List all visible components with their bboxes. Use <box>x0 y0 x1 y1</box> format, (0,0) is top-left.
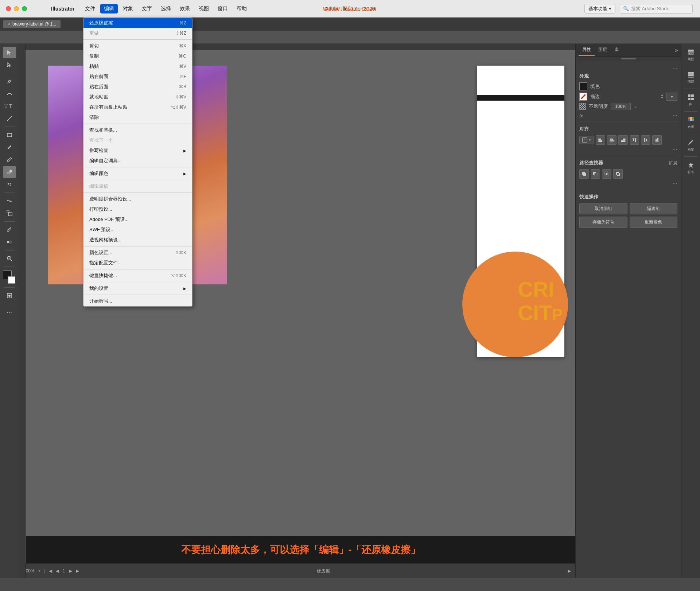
menu-item-view[interactable]: 视图 <box>195 4 213 13</box>
color-selector[interactable] <box>3 271 16 284</box>
drawing-mode-btn[interactable] <box>3 290 16 302</box>
menu-item-file[interactable]: 文件 <box>81 4 99 13</box>
dropdown-color-settings[interactable]: 颜色设置... ⇧⌘K <box>83 248 192 258</box>
dropdown-cut[interactable]: 剪切 ⌘X <box>83 41 192 51</box>
fr-symbols[interactable]: 符号 <box>681 160 700 176</box>
isolate-group-btn[interactable]: 隔离组 <box>630 203 678 214</box>
menu-item-object[interactable]: 对象 <box>119 4 137 13</box>
align-to-dropdown[interactable]: ▼ <box>579 136 594 144</box>
dropdown-assign-profile[interactable]: 指定配置文件... <box>83 258 192 268</box>
maximize-button[interactable] <box>22 6 27 11</box>
type-tool[interactable]: T T <box>3 100 16 112</box>
fx-more-btn[interactable]: ··· <box>673 112 677 119</box>
align-more-btn[interactable]: ··· <box>673 146 677 153</box>
curvature-tool[interactable] <box>3 88 16 100</box>
save-symbol-btn[interactable]: 存储为符号 <box>579 217 627 228</box>
align-bottom-btn[interactable] <box>652 135 662 145</box>
fr-swatches[interactable]: 色板 <box>681 114 700 131</box>
fx-label[interactable]: fx <box>579 113 583 118</box>
dropdown-transparency-preset[interactable]: 透明度拼合器预设... <box>83 194 192 204</box>
nav-prev-icon2[interactable]: ◀ <box>56 568 59 573</box>
menu-item-text[interactable]: 文字 <box>138 4 156 13</box>
tab-properties[interactable]: 属性 <box>579 44 595 56</box>
tab-close-icon[interactable]: ✕ <box>7 22 10 26</box>
fr-brushes[interactable]: 画笔 <box>681 137 700 153</box>
pen-tool[interactable] <box>3 75 16 87</box>
nav-next-icon[interactable]: ▶ <box>69 568 72 573</box>
warp-tool[interactable] <box>3 195 16 207</box>
background-color[interactable] <box>8 276 15 284</box>
dropdown-find-replace[interactable]: 查找和替换... <box>83 125 192 135</box>
menu-item-edit[interactable]: 编辑 <box>100 4 118 13</box>
blend-tool[interactable] <box>3 236 16 248</box>
align-left-btn[interactable] <box>596 135 605 145</box>
zoom-tool[interactable] <box>3 253 16 264</box>
direct-selection-tool[interactable] <box>3 59 16 71</box>
menu-item-help[interactable]: 帮助 <box>233 4 250 13</box>
dropdown-paste-back[interactable]: 贴在后面 ⌘B <box>83 82 192 92</box>
pathfinder-intersect-btn[interactable] <box>602 169 611 179</box>
stock-search[interactable]: 🔍 搜索 Adobe Stock <box>620 4 693 13</box>
line-tool[interactable] <box>3 113 16 124</box>
dropdown-keyboard-shortcuts[interactable]: 键盘快捷键... ⌥⇧⌘K <box>83 271 192 281</box>
close-button[interactable] <box>6 6 11 11</box>
dropdown-edit-dict[interactable]: 编辑自定词典... <box>83 156 192 166</box>
dropdown-paste[interactable]: 粘贴 ⌘V <box>83 61 192 71</box>
dropdown-print-preset[interactable]: 打印预设... <box>83 204 192 214</box>
pathfinder-expand-btn[interactable]: 扩展 <box>669 160 677 166</box>
eraser-tool[interactable] <box>3 166 16 178</box>
ungroup-btn[interactable]: 取消编组 <box>579 203 627 214</box>
dropdown-adobe-pdf-preset[interactable]: Adobe PDF 预设... <box>83 214 192 225</box>
dropdown-paste-allboards[interactable]: 在所有画板上粘贴 ⌥⇧⌘V <box>83 102 192 112</box>
nav-prev-icon[interactable]: ◀ <box>49 568 52 573</box>
panel-more-btn[interactable]: ··· <box>673 65 677 71</box>
align-top-btn[interactable] <box>630 135 639 145</box>
tab-layers[interactable]: 图层 <box>595 44 611 56</box>
stroke-color-box[interactable] <box>579 93 587 101</box>
dropdown-undo[interactable]: 还原橡皮擦 ⌘Z <box>83 18 192 28</box>
pathfinder-minus-btn[interactable] <box>591 169 600 179</box>
pathfinder-more-btn[interactable]: ··· <box>673 180 677 187</box>
status-more-icon[interactable]: ▶ <box>568 568 571 573</box>
align-center-v-btn[interactable] <box>641 135 650 145</box>
dropdown-clear[interactable]: 清除 <box>83 112 192 123</box>
app-name-menu[interactable]: Illustrator <box>47 4 78 13</box>
pathfinder-exclude-btn[interactable] <box>613 169 623 179</box>
minimize-button[interactable] <box>14 6 19 11</box>
panel-expand-icon[interactable]: » <box>675 47 678 54</box>
opacity-expand-icon[interactable]: › <box>635 104 637 109</box>
tab-libraries[interactable]: 库 <box>611 44 622 56</box>
dropdown-spell-check[interactable]: 拼写检查 ▶ <box>83 145 192 156</box>
align-right-btn[interactable] <box>618 135 628 145</box>
scale-tool[interactable] <box>3 207 16 219</box>
menu-item-effect[interactable]: 效果 <box>176 4 194 13</box>
selection-tool[interactable] <box>3 47 16 58</box>
more-tools-btn[interactable]: ··· <box>3 306 16 318</box>
fill-color-box[interactable] <box>579 82 587 90</box>
pathfinder-unite-btn[interactable] <box>579 169 589 179</box>
menu-item-select[interactable]: 选择 <box>157 4 175 13</box>
recolor-btn[interactable]: 重新着色 <box>630 217 678 228</box>
dropdown-my-settings[interactable]: 我的设置 ▶ <box>83 283 192 293</box>
workspace-button[interactable]: 基本功能 ▾ <box>584 4 615 13</box>
fr-libraries[interactable]: 库 <box>681 92 700 108</box>
apple-menu[interactable] <box>37 7 44 10</box>
tab-brewery-label[interactable]: ✕ brewery-label.ai @ 1... <box>3 20 61 28</box>
opacity-input[interactable]: 100% <box>611 103 631 110</box>
fr-layers[interactable]: 图层 <box>681 69 700 86</box>
nav-next-icon2[interactable]: ▶ <box>76 568 79 573</box>
dropdown-swf-preset[interactable]: SWF 预设... <box>83 225 192 235</box>
stroke-arrows[interactable]: ▲ ▼ <box>661 94 664 100</box>
align-center-h-btn[interactable] <box>607 135 617 145</box>
dropdown-perspective-preset[interactable]: 透视网格预设... <box>83 235 192 245</box>
dropdown-copy[interactable]: 复制 ⌘C <box>83 51 192 61</box>
dropdown-paste-inplace[interactable]: 就地粘贴 ⇧⌘V <box>83 92 192 102</box>
dropdown-paste-front[interactable]: 贴在前面 ⌘F <box>83 71 192 82</box>
stroke-dropdown[interactable]: ▼ <box>666 93 677 101</box>
paintbrush-tool[interactable] <box>3 141 16 153</box>
pencil-tool[interactable] <box>3 154 16 166</box>
eyedropper-tool[interactable] <box>3 224 16 236</box>
dropdown-redo[interactable]: 重做 ⇧⌘Z <box>83 28 192 38</box>
fr-properties[interactable]: 属性 <box>681 47 700 63</box>
rotate-tool[interactable] <box>3 179 16 190</box>
